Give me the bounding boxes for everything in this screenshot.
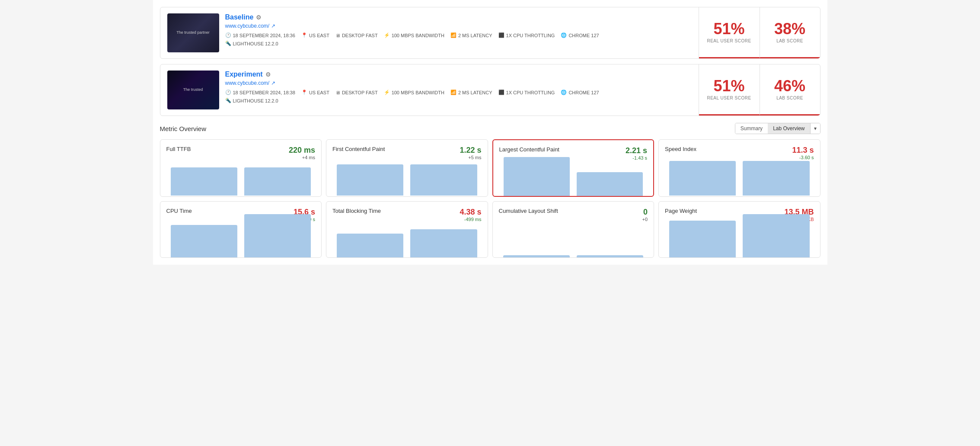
metric-bar-7-0 xyxy=(669,221,736,257)
metric-value-area-3: 11.3 s-3.60 s xyxy=(792,146,814,160)
experiment-device: 🖥 DESKTOP FAST xyxy=(335,90,378,95)
baseline-real-user-label: REAL USER SCORE xyxy=(707,39,751,43)
metric-bars-4 xyxy=(166,223,316,257)
latency-icon-2: 📶 xyxy=(450,90,456,95)
metric-bar-7-1 xyxy=(743,214,809,257)
experiment-info: Experiment ⚙ www.cybcube.com/ ↗ 🕐 18 SEP… xyxy=(225,71,692,103)
baseline-scores: 51% REAL USER SCORE 38% LAB SCORE xyxy=(699,7,820,58)
baseline-url[interactable]: www.cybcube.com/ ↗ xyxy=(225,23,692,29)
metric-bars-2 xyxy=(499,161,648,196)
metric-name-3: Speed Index xyxy=(665,146,696,152)
metric-card-header-0: Full TTFB220 ms+4 ms xyxy=(166,146,316,160)
baseline-location: 📍 US EAST xyxy=(301,32,329,38)
experiment-test-content: The trusted Experiment ⚙ www.cybcube.com… xyxy=(160,64,699,116)
external-link-icon: ↗ xyxy=(271,23,275,29)
clock-icon: 🕐 xyxy=(225,32,231,38)
experiment-settings-icon[interactable]: ⚙ xyxy=(265,71,271,78)
metric-bar-1-1 xyxy=(410,164,477,196)
browser-icon: 🌐 xyxy=(561,32,567,38)
metric-name-7: Page Weight xyxy=(665,208,697,214)
bandwidth-icon: ⚡ xyxy=(384,32,390,38)
experiment-lab-score-box: 46% LAB SCORE xyxy=(760,64,820,116)
experiment-lab-label: LAB SCORE xyxy=(776,96,803,100)
cpu-icon: ⬛ xyxy=(498,32,504,38)
baseline-thumbnail: The trusted partner xyxy=(167,13,219,52)
baseline-bandwidth: ⚡ 100 MBPS BANDWIDTH xyxy=(384,32,444,38)
metric-value-6: 0 xyxy=(642,208,648,217)
metric-bar-2-1 xyxy=(577,172,643,196)
lab-overview-toggle-btn[interactable]: Lab Overview xyxy=(768,123,810,134)
baseline-device: 🖥 DESKTOP FAST xyxy=(335,33,378,38)
experiment-lab-value: 46% xyxy=(774,78,805,94)
metric-card-1: First Contentful Paint1.22 s+5 ms xyxy=(326,139,488,197)
experiment-real-user-label: REAL USER SCORE xyxy=(707,96,751,100)
metric-card-header-6: Cumulative Layout Shift0+0 xyxy=(499,208,648,222)
baseline-throttling: ⬛ 1X CPU THROTTLING xyxy=(498,32,555,38)
cpu-icon-2: ⬛ xyxy=(498,90,504,95)
experiment-bandwidth: ⚡ 100 MBPS BANDWIDTH xyxy=(384,90,444,95)
metric-delta-6: +0 xyxy=(642,217,648,222)
view-toggle[interactable]: Summary Lab Overview ▾ xyxy=(735,123,820,134)
baseline-settings-icon[interactable]: ⚙ xyxy=(256,14,262,21)
metric-bars-7 xyxy=(665,223,814,257)
metric-card-header-3: Speed Index11.3 s-3.60 s xyxy=(665,146,814,160)
metrics-grid: Full TTFB220 ms+4 msFirst Contentful Pai… xyxy=(160,139,820,258)
metric-value-area-6: 0+0 xyxy=(642,208,648,222)
metric-bar-0-0 xyxy=(171,167,237,196)
baseline-title: Baseline xyxy=(225,13,254,21)
baseline-real-user-value: 51% xyxy=(713,21,744,37)
experiment-location: 📍 US EAST xyxy=(301,90,329,95)
experiment-title-row: Experiment ⚙ xyxy=(225,71,692,78)
metric-name-0: Full TTFB xyxy=(166,146,191,152)
experiment-throttling: ⬛ 1X CPU THROTTLING xyxy=(498,90,555,95)
baseline-info: Baseline ⚙ www.cybcube.com/ ↗ 🕐 18 SEPTE… xyxy=(225,13,692,46)
metric-bar-4-0 xyxy=(171,225,237,257)
metric-value-2: 2.21 s xyxy=(626,146,647,155)
metric-bar-3-1 xyxy=(743,161,809,196)
metric-bars-3 xyxy=(665,161,814,196)
metric-card-0: Full TTFB220 ms+4 ms xyxy=(160,139,322,197)
baseline-latency: 📶 2 MS LATENCY xyxy=(450,32,492,38)
baseline-test-content: The trusted partner Baseline ⚙ www.cybcu… xyxy=(160,7,699,58)
experiment-url[interactable]: www.cybcube.com/ ↗ xyxy=(225,80,692,86)
clock-icon-2: 🕐 xyxy=(225,90,231,95)
metric-card-3: Speed Index11.3 s-3.60 s xyxy=(658,139,820,197)
experiment-meta: 🕐 18 SEPTEMBER 2024, 18:38 📍 US EAST 🖥 D… xyxy=(225,90,692,95)
summary-toggle-btn[interactable]: Summary xyxy=(735,123,768,134)
metric-name-4: CPU Time xyxy=(166,208,192,214)
baseline-lab-label: LAB SCORE xyxy=(776,39,803,43)
desktop-icon: 🖥 xyxy=(335,33,340,38)
experiment-thumbnail: The trusted xyxy=(167,71,219,109)
latency-icon: 📶 xyxy=(450,32,456,38)
bandwidth-icon-2: ⚡ xyxy=(384,90,390,95)
experiment-latency: 📶 2 MS LATENCY xyxy=(450,90,492,95)
metric-bar-5-1 xyxy=(410,229,477,257)
baseline-lab-score-box: 38% LAB SCORE xyxy=(760,7,820,58)
metric-card-4: CPU Time15.6 s-1.59 s xyxy=(160,201,322,258)
metric-bar-6-0 xyxy=(503,255,570,257)
metric-bars-5 xyxy=(332,223,482,257)
experiment-scores: 51% REAL USER SCORE 46% LAB SCORE xyxy=(699,64,820,116)
baseline-real-user-score-box: 51% REAL USER SCORE xyxy=(699,7,760,58)
metric-delta-5: -499 ms xyxy=(460,217,481,222)
metric-value-0: 220 ms xyxy=(289,146,315,155)
experiment-test-row: The trusted Experiment ⚙ www.cybcube.com… xyxy=(160,64,820,116)
desktop-icon-2: 🖥 xyxy=(335,90,340,95)
baseline-date: 🕐 18 SEPTEMBER 2024, 18:36 xyxy=(225,32,295,38)
location-icon: 📍 xyxy=(301,32,307,38)
experiment-thumb-text: The trusted xyxy=(182,86,205,94)
metric-bars-1 xyxy=(332,161,482,196)
metric-overview-title: Metric Overview xyxy=(160,125,207,132)
metric-delta-1: +5 ms xyxy=(460,155,481,160)
toggle-dropdown-btn[interactable]: ▾ xyxy=(810,123,820,134)
metric-card-5: Total Blocking Time4.38 s-499 ms xyxy=(326,201,488,258)
metric-bar-4-1 xyxy=(244,214,311,257)
experiment-real-user-score-box: 51% REAL USER SCORE xyxy=(699,64,760,116)
metric-name-5: Total Blocking Time xyxy=(332,208,381,214)
metric-card-6: Cumulative Layout Shift0+0 xyxy=(492,201,654,258)
metric-name-1: First Contentful Paint xyxy=(332,146,385,152)
metric-bar-6-1 xyxy=(577,255,643,257)
metric-delta-0: +4 ms xyxy=(289,155,315,160)
metric-bar-1-0 xyxy=(337,164,403,196)
metric-overview-header: Metric Overview Summary Lab Overview ▾ xyxy=(160,123,820,134)
